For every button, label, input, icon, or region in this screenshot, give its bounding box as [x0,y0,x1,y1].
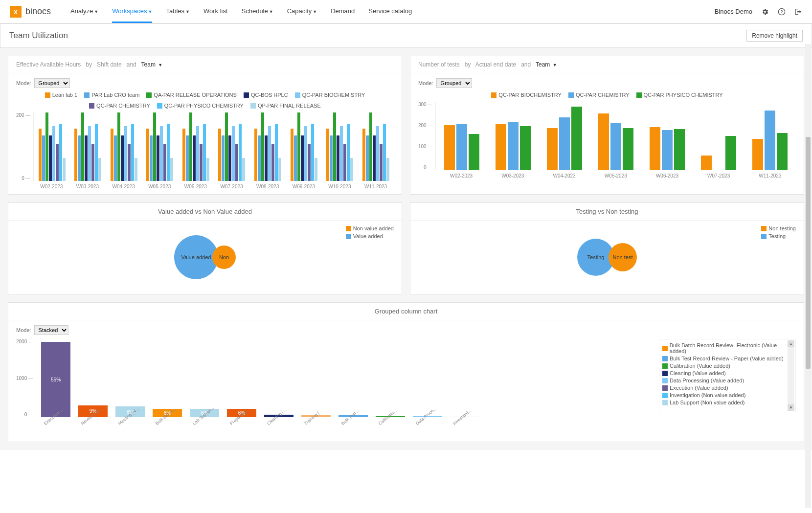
bar-group[interactable] [362,112,389,181]
logout-icon[interactable] [794,8,802,16]
bar[interactable] [571,107,582,170]
bar[interactable] [170,158,173,181]
user-label[interactable]: Binocs Demo [715,8,752,15]
legend-item[interactable]: Calibration (Value added) [662,363,792,369]
bar-group[interactable] [649,102,685,170]
legend-item[interactable]: QC-PAR BIOCHEMISTRY [295,92,365,98]
bar-group[interactable] [546,102,583,170]
bar-group[interactable] [752,102,788,170]
bar[interactable] [520,126,531,170]
bar[interactable] [49,135,52,181]
bar[interactable] [701,156,712,170]
bar[interactable] [114,135,117,181]
legend-item[interactable]: Bulk Test Record Review - Paper (Value a… [662,356,792,361]
bar[interactable] [157,135,159,181]
bar[interactable] [373,135,376,181]
bar[interactable] [78,135,81,181]
legend-item[interactable]: Lab Support (Non value added) [662,400,792,405]
bar-group[interactable] [598,102,634,170]
legend-item[interactable]: PAR Lab CRO team [84,92,139,98]
bar[interactable] [39,129,42,181]
bar-group[interactable] [326,112,353,181]
bar[interactable] [304,126,307,181]
bar[interactable] [662,130,673,170]
bar[interactable] [258,135,261,181]
bar[interactable] [456,124,467,170]
bar[interactable] [261,112,264,181]
bubble-non-value[interactable]: Non [212,245,236,269]
bar[interactable] [63,158,66,181]
bar[interactable] [350,158,353,181]
bar[interactable] [275,124,278,181]
bar[interactable] [333,112,336,181]
stacked-legend[interactable]: Bulk Batch Record Review -Electronic (Va… [659,339,796,412]
bar[interactable] [222,135,225,181]
bar-group[interactable] [444,102,480,170]
bar[interactable] [376,126,379,181]
bar[interactable] [610,123,621,170]
bar[interactable] [623,128,633,170]
bar[interactable] [242,158,245,181]
bar[interactable] [239,124,242,181]
bar[interactable] [74,129,77,181]
bar[interactable] [131,124,134,181]
legend-item[interactable]: Execution (Value added) [662,385,792,391]
logo[interactable]: x binocs [10,6,51,18]
bar[interactable] [469,134,479,170]
bar[interactable] [121,135,124,181]
mode-select[interactable]: Stacked [34,325,68,335]
bar[interactable] [330,135,333,181]
scroll-down-icon[interactable]: ▼ [788,404,794,411]
bar-group[interactable] [39,112,66,181]
bubble-value-added[interactable]: Value added [174,235,218,279]
bar-group[interactable] [111,112,137,181]
bar[interactable] [196,126,199,181]
bar-group[interactable] [254,112,281,181]
bar[interactable] [117,112,120,181]
bar[interactable] [725,136,736,170]
bar[interactable] [85,135,88,181]
bar[interactable] [160,126,163,181]
bar[interactable] [128,144,131,181]
bar[interactable] [88,126,91,181]
legend-item[interactable]: Investigation (Non value added) [662,392,792,398]
nav-schedule[interactable]: Schedule▼ [242,0,273,23]
bar[interactable] [559,117,570,170]
legend-scrollbar[interactable]: ▲ ▼ [788,340,794,411]
legend-item[interactable]: QC-BOS HPLC [244,92,288,98]
gear-icon[interactable] [761,8,769,16]
bar[interactable] [182,129,185,181]
bar[interactable] [383,124,386,181]
bar-group[interactable] [182,112,209,181]
bar[interactable] [369,112,372,181]
bar[interactable] [206,158,209,181]
nav-demand[interactable]: Demand [331,0,355,23]
value-bubble-chart[interactable]: Value added Non [16,225,394,289]
bar[interactable] [146,129,149,181]
bar[interactable] [200,144,203,181]
bar[interactable] [193,135,196,181]
bar[interactable] [153,112,156,181]
legend-item[interactable]: QC-PAR CHEMISTRY [89,103,150,109]
bar[interactable] [301,135,304,181]
nav-analyze[interactable]: Analyze▼ [70,0,98,23]
dim2-dropdown[interactable]: Team ▼ [536,61,557,68]
bar[interactable] [186,135,189,181]
bar[interactable] [340,126,343,181]
scroll-up-icon[interactable]: ▲ [788,340,794,347]
bar[interactable] [232,126,235,181]
bubble-non-testing[interactable]: Non test [609,243,637,271]
legend-item[interactable]: Data Processing (Value added) [662,378,792,383]
scrollbar-thumb[interactable] [806,137,811,369]
legend-item[interactable]: Lean lab 1 [45,92,77,98]
testing-bubble-chart[interactable]: Testing Non test [418,225,796,289]
bar[interactable] [598,113,609,170]
bar[interactable] [268,126,271,181]
legend-item[interactable]: Cleaning (Value added) [662,370,792,376]
nav-worklist[interactable]: Work list [203,0,228,23]
mode-select[interactable]: Grouped [34,78,70,88]
bar[interactable] [235,144,238,181]
bar[interactable] [674,129,685,170]
mode-select[interactable]: Grouped [436,78,472,88]
bar[interactable] [508,122,519,170]
